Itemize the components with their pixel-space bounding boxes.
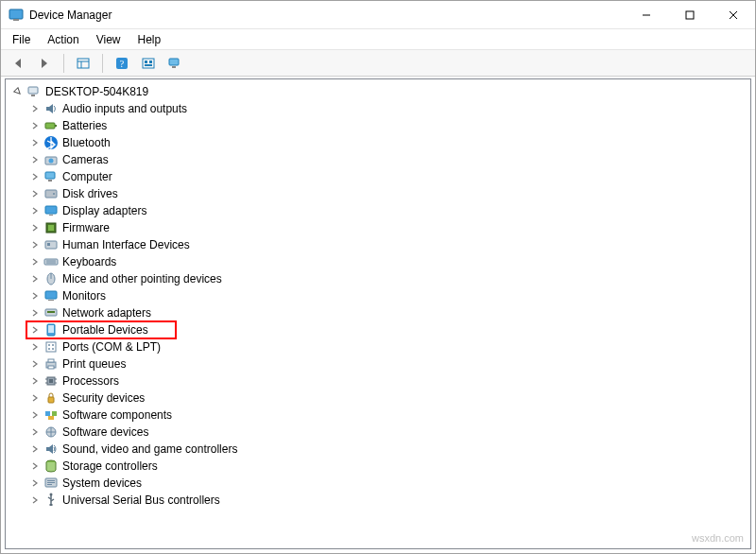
- tree-item[interactable]: System devices: [25, 475, 748, 492]
- expand-icon[interactable]: [28, 391, 42, 405]
- scan-hardware-button[interactable]: [137, 53, 160, 74]
- tree-item-label: Software devices: [62, 425, 148, 439]
- tree-item[interactable]: Disk drives: [25, 185, 748, 202]
- tree-root[interactable]: DESKTOP-504K819: [8, 83, 748, 100]
- tree-item[interactable]: Portable Devices: [25, 321, 748, 338]
- show-hide-console-button[interactable]: [72, 53, 94, 74]
- tree-item[interactable]: Human Interface Devices: [25, 236, 748, 253]
- expand-icon[interactable]: [28, 476, 42, 490]
- tree-item[interactable]: Ports (COM & LPT): [25, 338, 748, 355]
- svg-rect-68: [47, 484, 52, 485]
- expand-icon[interactable]: [28, 102, 42, 115]
- expand-icon[interactable]: [28, 289, 42, 303]
- port-icon: [43, 339, 59, 355]
- svg-rect-60: [45, 411, 50, 416]
- tree-item[interactable]: Universal Serial Bus controllers: [25, 492, 748, 509]
- expand-icon[interactable]: [28, 340, 42, 354]
- expand-icon[interactable]: [28, 408, 42, 422]
- tree-item[interactable]: Security devices: [25, 390, 748, 407]
- expand-icon[interactable]: [28, 306, 42, 320]
- svg-rect-1: [13, 19, 19, 21]
- maximize-button[interactable]: [668, 1, 712, 29]
- tree-item[interactable]: Firmware: [25, 219, 748, 236]
- tree-item[interactable]: Display adapters: [25, 202, 748, 219]
- expand-icon[interactable]: [28, 136, 42, 149]
- expand-icon[interactable]: [28, 374, 42, 388]
- forward-button[interactable]: [33, 53, 56, 74]
- tree-item[interactable]: Print queues: [25, 355, 748, 372]
- hid-icon: [43, 237, 59, 252]
- expand-icon[interactable]: [28, 272, 42, 286]
- tree-item[interactable]: Storage controllers: [25, 458, 748, 475]
- computer-root-icon: [26, 84, 42, 99]
- toolbar: ?: [1, 50, 755, 77]
- tree-item[interactable]: Computer: [25, 168, 748, 185]
- svg-rect-51: [48, 359, 54, 362]
- svg-rect-59: [48, 397, 54, 403]
- expand-icon[interactable]: [28, 187, 42, 200]
- tree-item[interactable]: Bluetooth: [25, 134, 748, 151]
- tree-item-label: Display adapters: [62, 204, 146, 217]
- tree-item-label: System devices: [62, 476, 142, 490]
- window-title: Device Manager: [29, 9, 112, 22]
- svg-point-48: [48, 348, 50, 350]
- menu-help[interactable]: Help: [130, 31, 169, 48]
- svg-rect-25: [48, 180, 52, 182]
- expand-icon[interactable]: [28, 153, 42, 166]
- svg-rect-16: [172, 66, 176, 68]
- svg-point-46: [48, 344, 50, 346]
- toolbar-separator: [63, 54, 64, 73]
- tree-item-label: Network adapters: [62, 306, 151, 320]
- expand-icon[interactable]: [28, 255, 42, 268]
- tree-item[interactable]: Monitors: [25, 287, 748, 304]
- back-button[interactable]: [7, 53, 29, 74]
- system-icon: [43, 476, 59, 491]
- tree-item-label: Mice and other pointing devices: [62, 272, 222, 286]
- tree-item[interactable]: Network adapters: [25, 304, 748, 321]
- expand-icon[interactable]: [28, 357, 42, 371]
- tree-item[interactable]: Software devices: [25, 424, 748, 441]
- expand-icon[interactable]: [28, 221, 42, 234]
- tree-item[interactable]: Software components: [25, 407, 748, 424]
- tree-item[interactable]: Audio inputs and outputs: [25, 100, 748, 117]
- expand-icon[interactable]: [28, 204, 42, 217]
- tree-item[interactable]: Sound, video and game controllers: [25, 441, 748, 458]
- tree-item[interactable]: Processors: [25, 372, 748, 390]
- expand-icon[interactable]: [28, 442, 42, 456]
- collapse-icon[interactable]: [11, 85, 25, 98]
- tree-view[interactable]: DESKTOP-504K819 Audio inputs and outputs…: [5, 78, 751, 549]
- help-button[interactable]: ?: [111, 53, 133, 74]
- tree-item-label: Universal Serial Bus controllers: [62, 493, 220, 507]
- expand-icon[interactable]: [28, 170, 42, 183]
- minimize-button[interactable]: [625, 1, 668, 29]
- svg-point-69: [50, 493, 53, 496]
- bluetooth-icon: [43, 135, 59, 150]
- expand-icon[interactable]: [28, 238, 42, 251]
- expand-icon[interactable]: [28, 119, 42, 132]
- menu-file[interactable]: File: [5, 31, 38, 48]
- svg-rect-29: [49, 215, 53, 216]
- devices-button[interactable]: [163, 53, 186, 74]
- close-button[interactable]: [712, 1, 755, 29]
- expand-icon[interactable]: [28, 459, 42, 473]
- sound-icon: [43, 441, 59, 457]
- tree-item-label: Firmware: [62, 221, 110, 234]
- expand-icon[interactable]: [28, 493, 42, 507]
- svg-rect-52: [48, 366, 54, 369]
- menu-action[interactable]: Action: [40, 31, 86, 48]
- svg-rect-20: [55, 125, 57, 127]
- svg-rect-40: [48, 300, 54, 301]
- expand-icon[interactable]: [28, 323, 42, 337]
- tree-item[interactable]: Mice and other pointing devices: [25, 270, 748, 287]
- menu-view[interactable]: View: [89, 31, 129, 48]
- svg-rect-34: [44, 259, 58, 265]
- tree-item[interactable]: Keyboards: [25, 253, 748, 270]
- tree-item[interactable]: Cameras: [25, 151, 748, 168]
- usb-icon: [43, 493, 59, 508]
- svg-rect-28: [45, 206, 57, 214]
- expand-icon[interactable]: [28, 425, 42, 439]
- svg-rect-3: [686, 11, 694, 19]
- menubar: File Action View Help: [1, 29, 755, 50]
- tree-item-label: Disk drives: [62, 187, 118, 200]
- tree-item[interactable]: Batteries: [25, 117, 748, 134]
